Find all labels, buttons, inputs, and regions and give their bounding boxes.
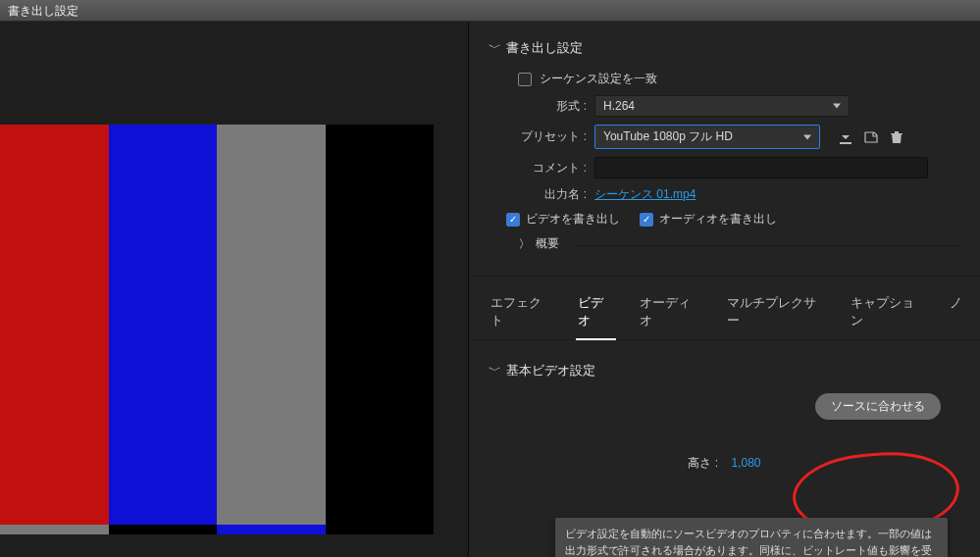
tab-more[interactable]: ノ bbox=[948, 290, 964, 339]
colorbar bbox=[109, 125, 218, 525]
format-row: 形式 : H.264 bbox=[518, 95, 960, 117]
save-preset-icon[interactable] bbox=[838, 129, 853, 145]
chevron-right-icon: ﹀ bbox=[515, 239, 532, 249]
match-sequence-checkbox[interactable] bbox=[518, 73, 532, 86]
preset-value: YouTube 1080p フル HD bbox=[603, 129, 733, 143]
colorbar bbox=[217, 525, 326, 534]
summary-label: 概要 bbox=[536, 235, 559, 252]
preset-select[interactable]: YouTube 1080p フル HD bbox=[594, 125, 820, 149]
export-audio-checkbox[interactable] bbox=[640, 213, 653, 227]
preset-label: プリセット : bbox=[518, 128, 587, 145]
chevron-down-icon: ﹀ bbox=[489, 362, 498, 380]
export-video-label: ビデオを書き出し bbox=[526, 211, 620, 228]
export-video-checkbox[interactable] bbox=[506, 213, 520, 227]
comment-row: コメント : bbox=[518, 157, 960, 178]
chevron-down-icon: ﹀ bbox=[489, 39, 498, 57]
match-source-button[interactable]: ソースに合わせる bbox=[815, 393, 941, 420]
delete-preset-icon[interactable] bbox=[889, 129, 904, 145]
height-row: 高さ : 1,080 bbox=[489, 455, 960, 472]
tab-multiplexer[interactable]: マルチプレクサー bbox=[725, 290, 827, 339]
colorbars-top bbox=[0, 125, 434, 525]
video-preview bbox=[0, 125, 434, 534]
comment-label: コメント : bbox=[518, 160, 587, 177]
export-audio-label: オーディオを書き出し bbox=[659, 211, 777, 228]
basic-video-header[interactable]: ﹀ 基本ビデオ設定 bbox=[489, 362, 960, 380]
match-sequence-label: シーケンス設定を一致 bbox=[540, 71, 657, 87]
colorbar bbox=[217, 125, 326, 525]
window-title: 書き出し設定 bbox=[8, 4, 78, 18]
colorbar bbox=[0, 125, 109, 525]
height-label: 高さ : bbox=[688, 456, 718, 470]
tab-effects[interactable]: エフェクト bbox=[489, 290, 554, 339]
tooltip-text: ビデオ設定を自動的にソースビデオのプロパティに合わせます。一部の値は出力形式で許… bbox=[565, 528, 932, 557]
basic-video-section: ﹀ 基本ビデオ設定 ソースに合わせる 高さ : 1,080 bbox=[469, 340, 980, 472]
output-name-row: 出力名 : シーケンス 01.mp4 bbox=[518, 186, 960, 203]
format-select[interactable]: H.264 bbox=[594, 95, 850, 117]
preview-pane bbox=[0, 22, 469, 557]
colorbar bbox=[0, 525, 109, 534]
preset-row: プリセット : YouTube 1080p フル HD bbox=[518, 125, 960, 149]
comment-input[interactable] bbox=[594, 157, 928, 178]
colorbar bbox=[326, 525, 435, 534]
colorbar bbox=[109, 525, 218, 534]
window-titlebar: 書き出し設定 bbox=[0, 0, 980, 22]
output-name-link[interactable]: シーケンス 01.mp4 bbox=[594, 186, 696, 203]
main-layout: ﹀ 書き出し設定 シーケンス設定を一致 形式 : H.264 プリセット : Y… bbox=[0, 22, 980, 557]
section-title: 書き出し設定 bbox=[506, 39, 583, 57]
match-source-tooltip: ビデオ設定を自動的にソースビデオのプロパティに合わせます。一部の値は出力形式で許… bbox=[555, 518, 948, 557]
export-toggles-row: ビデオを書き出し オーディオを書き出し bbox=[506, 211, 960, 228]
basic-video-title: 基本ビデオ設定 bbox=[506, 362, 595, 380]
tab-video[interactable]: ビデオ bbox=[576, 290, 617, 339]
output-name-label: 出力名 : bbox=[518, 186, 587, 203]
export-settings-header[interactable]: ﹀ 書き出し設定 bbox=[489, 39, 960, 57]
tab-captions[interactable]: キャプション bbox=[849, 290, 926, 339]
summary-row[interactable]: ﹀ 概要 bbox=[518, 235, 960, 252]
colorbars-bottom bbox=[0, 525, 434, 534]
divider bbox=[577, 245, 960, 246]
format-value: H.264 bbox=[603, 99, 635, 113]
tab-audio[interactable]: オーディオ bbox=[638, 290, 703, 339]
import-preset-icon[interactable] bbox=[863, 129, 879, 145]
export-settings-section: ﹀ 書き出し設定 シーケンス設定を一致 形式 : H.264 プリセット : Y… bbox=[469, 22, 980, 252]
match-sequence-row: シーケンス設定を一致 bbox=[518, 71, 960, 87]
format-label: 形式 : bbox=[518, 98, 587, 115]
settings-pane: ﹀ 書き出し設定 シーケンス設定を一致 形式 : H.264 プリセット : Y… bbox=[469, 22, 980, 557]
tabs: エフェクト ビデオ オーディオ マルチプレクサー キャプション ノ bbox=[469, 277, 980, 340]
height-value[interactable]: 1,080 bbox=[732, 456, 761, 470]
colorbar bbox=[326, 125, 435, 525]
